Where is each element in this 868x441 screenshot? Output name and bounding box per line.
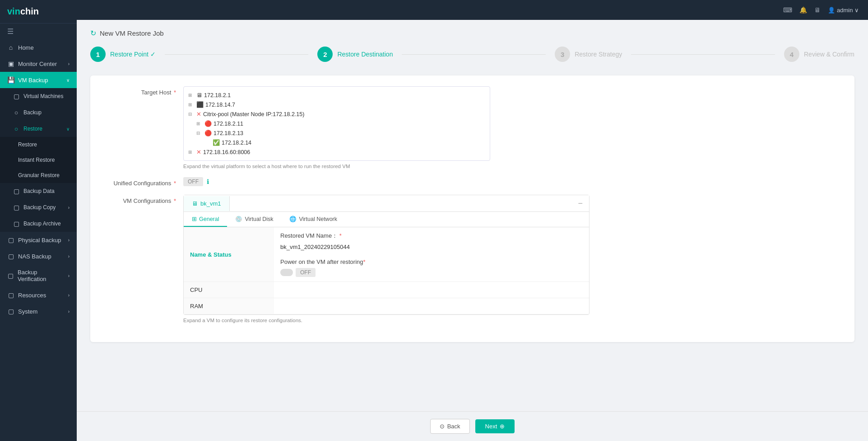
- tab-virtual-network-label: Virtual Network: [299, 216, 337, 222]
- sidebar-item-label: Monitor Center: [18, 61, 57, 67]
- expand-icon-1[interactable]: ⊞: [188, 102, 195, 107]
- sidebar-item-label: Restore: [18, 141, 37, 148]
- sidebar-item-virtual-machines[interactable]: ▢ Virtual Machines: [0, 88, 77, 104]
- expand-icon-0[interactable]: ⊞: [188, 93, 195, 98]
- keyboard-icon[interactable]: ⌨: [783, 6, 792, 14]
- back-icon: ⊙: [440, 423, 445, 430]
- unified-config-required: *: [174, 180, 176, 187]
- sidebar-item-restore[interactable]: ○ Restore ∨: [0, 121, 77, 137]
- unified-config-toggle: OFF ℹ: [183, 177, 841, 186]
- next-button[interactable]: Next ⊕: [475, 419, 515, 433]
- general-icon: ⊞: [192, 216, 197, 222]
- vm-config-control: 🖥 bk_vm1 − ⊞ General: [183, 195, 841, 323]
- tab-virtual-disk-label: Virtual Disk: [245, 216, 273, 222]
- tree-item-6[interactable]: ⊞ ✕ 172.18.16.60:8006: [188, 147, 485, 157]
- tab-virtual-disk[interactable]: 💿 Virtual Disk: [227, 212, 281, 227]
- sidebar-item-label: Backup Verification: [18, 269, 65, 282]
- sidebar-item-label: System: [18, 308, 37, 315]
- tree-node-label-4: 172.18.2.13: [214, 130, 243, 136]
- name-status-label: Name & Status: [184, 227, 274, 282]
- tree-item-1[interactable]: ⊞ ⬛ 172.18.14.7: [188, 100, 485, 109]
- step-3-circle: 3: [555, 47, 570, 62]
- menu-toggle-icon[interactable]: ☰: [0, 23, 77, 39]
- sidebar: vinchin ☰ ⌂ Home ▣ Monitor Center › 💾 VM…: [0, 0, 77, 441]
- target-host-row: Target Host * ⊞ 🖥 172.18.2.1 ⊞ ⬛ 172.18.…: [104, 86, 841, 169]
- sidebar-item-system[interactable]: ▢ System ›: [0, 303, 77, 319]
- sidebar-item-monitor[interactable]: ▣ Monitor Center ›: [0, 56, 77, 72]
- expand-icon-5[interactable]: [204, 140, 211, 145]
- power-toggle-slider[interactable]: [280, 269, 293, 276]
- target-host-required: *: [174, 89, 176, 96]
- expand-icon-6[interactable]: ⊞: [188, 150, 195, 155]
- monitor-display-icon[interactable]: 🖥: [814, 6, 821, 14]
- sidebar-item-label: Virtual Machines: [23, 93, 64, 99]
- cpu-value: [274, 282, 589, 298]
- sidebar-item-physical-backup[interactable]: ▢ Physical Backup ›: [0, 232, 77, 248]
- step-4: 4 Review & Confirm: [784, 47, 854, 62]
- expand-icon-2[interactable]: ⊟: [188, 112, 195, 117]
- table-row-ram: RAM: [184, 298, 589, 314]
- sidebar-item-label: NAS Backup: [18, 253, 51, 260]
- tree-item-5[interactable]: ✅ 172.18.2.14: [204, 138, 485, 147]
- tree-item-4[interactable]: ⊟ 🔴 172.18.2.13: [196, 128, 485, 138]
- tree-node-label-6: 172.18.16.60:8006: [203, 149, 250, 155]
- sidebar-item-granular-restore[interactable]: Granular Restore: [0, 168, 77, 183]
- step-divider-2: [402, 54, 546, 55]
- target-host-label: Target Host *: [104, 86, 176, 96]
- sidebar-item-label: Home: [18, 44, 34, 51]
- user-menu[interactable]: 👤 admin ∨: [828, 7, 859, 14]
- sidebar-item-nas-backup[interactable]: ▢ NAS Backup ›: [0, 248, 77, 264]
- vm-config-required: *: [174, 197, 176, 204]
- back-button[interactable]: ⊙ Back: [430, 419, 470, 434]
- tree-item-2[interactable]: ⊟ ✕ Citrix-pool (Master Node IP:172.18.2…: [188, 109, 485, 119]
- vm-minus-button[interactable]: −: [571, 195, 589, 211]
- tab-general[interactable]: ⊞ General: [184, 212, 227, 227]
- tree-node-icon-6: ✕: [196, 149, 201, 155]
- chevron-right-icon: ›: [68, 254, 70, 259]
- info-icon[interactable]: ℹ: [207, 178, 209, 185]
- expand-icon-3[interactable]: ⊞: [196, 121, 203, 126]
- logo-chin: chin: [20, 6, 39, 16]
- sidebar-item-resources[interactable]: ▢ Resources ›: [0, 287, 77, 303]
- sidebar-item-label: Granular Restore: [18, 172, 60, 178]
- topbar: ⌨ 🔔 🖥 👤 admin ∨: [77, 0, 868, 20]
- power-off-button[interactable]: OFF: [296, 268, 316, 277]
- tree-item-3[interactable]: ⊞ 🔴 172.18.2.11: [196, 119, 485, 128]
- tree-node-icon-0: 🖥: [196, 92, 202, 99]
- chevron-down-icon: ∨: [66, 127, 70, 131]
- sidebar-item-backup-verification[interactable]: ▢ Backup Verification ›: [0, 264, 77, 287]
- tree-hint: Expand the virtual platform to select a …: [183, 164, 841, 169]
- power-label: Power on the VM after restoring*: [280, 258, 583, 265]
- vm-config-container: 🖥 bk_vm1 − ⊞ General: [183, 195, 589, 315]
- host-tree[interactable]: ⊞ 🖥 172.18.2.1 ⊞ ⬛ 172.18.14.7 ⊟ ✕: [183, 86, 490, 161]
- vm-icon: ▢: [13, 93, 20, 100]
- form-card: Target Host * ⊞ 🖥 172.18.2.1 ⊞ ⬛ 172.18.…: [90, 75, 854, 342]
- sidebar-item-label: Backup Data: [23, 188, 55, 194]
- restored-vm-name-label: Restored VM Name： *: [280, 232, 583, 240]
- tree-item-0[interactable]: ⊞ 🖥 172.18.2.1: [188, 90, 485, 100]
- content-area: ↻ New VM Restore Job 1 Restore Point ✓ 2…: [77, 20, 868, 411]
- virtual-network-icon: 🌐: [289, 216, 297, 222]
- vm-tab-name: bk_vm1: [200, 200, 221, 207]
- sidebar-item-home[interactable]: ⌂ Home: [0, 39, 77, 56]
- backup-data-icon: ▢: [13, 188, 20, 195]
- sidebar-item-instant-restore[interactable]: Instant Restore: [0, 152, 77, 168]
- expand-icon-4[interactable]: ⊟: [196, 131, 203, 136]
- vm-backup-submenu: ▢ Virtual Machines ○ Backup ○ Restore ∨ …: [0, 88, 77, 232]
- backup-icon: ○: [13, 109, 20, 116]
- steps-bar: 1 Restore Point ✓ 2 Restore Destination …: [90, 47, 854, 62]
- step-4-circle: 4: [784, 47, 799, 62]
- sidebar-item-restore-sub[interactable]: Restore: [0, 137, 77, 152]
- backup-verification-icon: ▢: [7, 272, 14, 279]
- vm-config-row: VM Configurations * 🖥 bk_vm1 −: [104, 195, 841, 323]
- page-header: ↻ New VM Restore Job: [90, 29, 854, 38]
- notification-icon[interactable]: 🔔: [799, 6, 807, 14]
- sidebar-item-backup-data[interactable]: ▢ Backup Data: [0, 183, 77, 199]
- vm-header-tab[interactable]: 🖥 bk_vm1: [184, 196, 230, 211]
- sidebar-item-backup[interactable]: ○ Backup: [0, 104, 77, 121]
- unified-config-toggle-btn[interactable]: OFF: [183, 177, 203, 186]
- sidebar-item-backup-archive[interactable]: ▢ Backup Archive: [0, 216, 77, 232]
- tab-virtual-network[interactable]: 🌐 Virtual Network: [281, 212, 345, 227]
- sidebar-item-vm-backup[interactable]: 💾 VM Backup ∨: [0, 72, 77, 88]
- sidebar-item-backup-copy[interactable]: ▢ Backup Copy ›: [0, 199, 77, 216]
